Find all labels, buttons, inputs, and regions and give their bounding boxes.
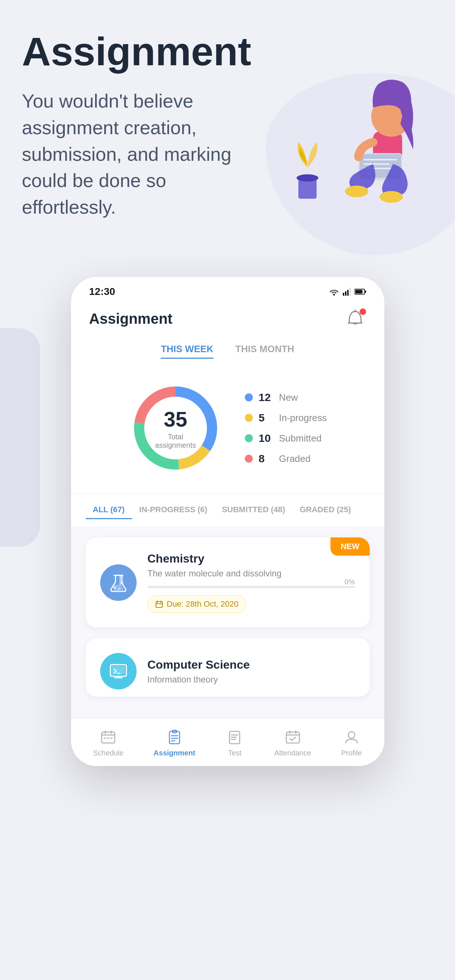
svg-point-27 (114, 587, 116, 589)
legend-label-new: New (279, 392, 298, 403)
total-number: 35 (152, 407, 199, 431)
wifi-icon (329, 288, 339, 296)
due-date-badge: Due: 28th Oct, 2020 (147, 595, 246, 613)
cs-title: Computer Science (147, 658, 355, 671)
nav-attendance[interactable]: Attendance (274, 728, 311, 757)
svg-rect-35 (112, 666, 125, 674)
svg-rect-55 (286, 732, 300, 743)
phone-frame: 12:30 (71, 277, 384, 766)
side-decoration (0, 328, 40, 547)
flask-icon (108, 572, 129, 593)
calendar-nav-icon (100, 729, 116, 745)
legend-label-submitted: Submitted (279, 433, 322, 444)
filter-tabs: ALL (67) IN-PROGRESS (6) SUBMITTED (48) … (71, 494, 384, 527)
cs-icon (100, 653, 136, 689)
notification-badge (360, 309, 366, 315)
tab-this-week[interactable]: THIS WEEK (161, 344, 213, 359)
phone-section: 12:30 (0, 255, 455, 802)
attendance-icon (284, 728, 302, 747)
assignment-card-cs[interactable]: Computer Science Information theory (86, 638, 370, 697)
svg-rect-20 (365, 291, 366, 293)
nav-label-test: Test (228, 749, 241, 757)
legend-count-graded: 8 (258, 452, 273, 465)
progress-bar-bg (147, 586, 355, 588)
legend-label-graded: Graded (279, 453, 311, 465)
svg-rect-45 (110, 737, 113, 739)
svg-rect-1 (298, 179, 317, 199)
due-date-text: Due: 28th Oct, 2020 (167, 600, 239, 609)
donut-chart: 35 Total assignments (128, 380, 223, 476)
nav-schedule[interactable]: Schedule (93, 728, 124, 757)
computer-icon (108, 660, 129, 682)
svg-point-13 (333, 294, 335, 296)
hero-section: Assignment You wouldn't believe assignme… (0, 0, 455, 255)
svg-rect-17 (349, 288, 351, 296)
filter-all[interactable]: ALL (67) (86, 501, 132, 519)
status-time: 12:30 (89, 286, 116, 298)
card-info-cs: Computer Science Information theory (147, 658, 355, 685)
calendar-icon (155, 600, 163, 608)
legend-graded: 8 Graded (245, 452, 327, 465)
chemistry-title: Chemistry (147, 552, 355, 565)
card-badge-new: NEW (330, 538, 369, 555)
notification-button[interactable] (346, 309, 366, 329)
status-bar: 12:30 (71, 277, 384, 301)
chart-legend: 12 New 5 In-progress 10 Submitted (245, 391, 327, 465)
svg-rect-30 (156, 601, 162, 608)
legend-new: 12 New (245, 391, 327, 404)
legend-dot-submitted (245, 434, 253, 442)
test-nav-icon (227, 729, 243, 745)
svg-rect-15 (345, 291, 346, 296)
tab-this-month[interactable]: THIS MONTH (235, 344, 294, 359)
profile-icon (342, 728, 361, 747)
chart-section: 35 Total assignments 12 New 5 In-progres… (71, 363, 384, 494)
schedule-icon (99, 728, 118, 747)
svg-rect-19 (355, 290, 363, 293)
nav-profile[interactable]: Profile (341, 728, 362, 757)
card-content-chemistry: Chemistry The water molecule and dissolv… (100, 552, 355, 613)
clipboard-icon (166, 729, 182, 745)
assignment-nav-icon (165, 728, 184, 747)
svg-point-59 (348, 732, 355, 738)
assignment-card-chemistry[interactable]: NEW (86, 538, 370, 627)
cs-subtitle: Information theory (147, 675, 355, 685)
nav-test[interactable]: Test (225, 728, 244, 757)
svg-point-12 (380, 191, 403, 203)
svg-rect-16 (347, 290, 349, 296)
test-icon (225, 728, 244, 747)
phone-wrapper: 12:30 (71, 277, 384, 766)
card-info-chemistry: Chemistry The water molecule and dissolv… (147, 552, 355, 613)
legend-dot-inprogress (245, 414, 253, 422)
svg-rect-44 (107, 737, 109, 739)
attendance-nav-icon (285, 729, 301, 745)
status-icons (329, 288, 366, 296)
legend-count-new: 12 (258, 391, 273, 404)
svg-rect-43 (104, 737, 106, 739)
nav-assignment[interactable]: Assignment (154, 728, 195, 757)
svg-point-11 (345, 186, 368, 197)
bottom-navigation: Schedule Assignment (71, 719, 384, 766)
battery-icon (354, 288, 366, 295)
legend-submitted: 10 Submitted (245, 432, 327, 444)
svg-rect-14 (343, 293, 344, 296)
svg-point-28 (118, 588, 120, 590)
phone-header: Assignment (71, 301, 384, 336)
legend-label-inprogress: In-progress (279, 412, 327, 424)
filter-inprogress[interactable]: IN-PROGRESS (6) (132, 501, 214, 519)
filter-graded[interactable]: GRADED (25) (293, 501, 358, 519)
legend-dot-graded (245, 455, 253, 463)
person-icon (344, 729, 360, 745)
donut-label: 35 Total assignments (152, 407, 199, 450)
filter-submitted[interactable]: SUBMITTED (48) (214, 501, 293, 519)
card-content-cs: Computer Science Information theory (100, 653, 355, 689)
app-title: Assignment (89, 310, 173, 327)
legend-count-inprogress: 5 (258, 412, 273, 424)
nav-label-schedule: Schedule (93, 749, 124, 757)
legend-inprogress: 5 In-progress (245, 412, 327, 424)
total-label: Total assignments (152, 433, 199, 450)
nav-label-attendance: Attendance (274, 749, 311, 757)
signal-icon (343, 288, 351, 296)
progress-percent: 0% (345, 578, 355, 586)
assignments-list: NEW (71, 527, 384, 719)
week-tabs: THIS WEEK THIS MONTH (71, 336, 384, 363)
